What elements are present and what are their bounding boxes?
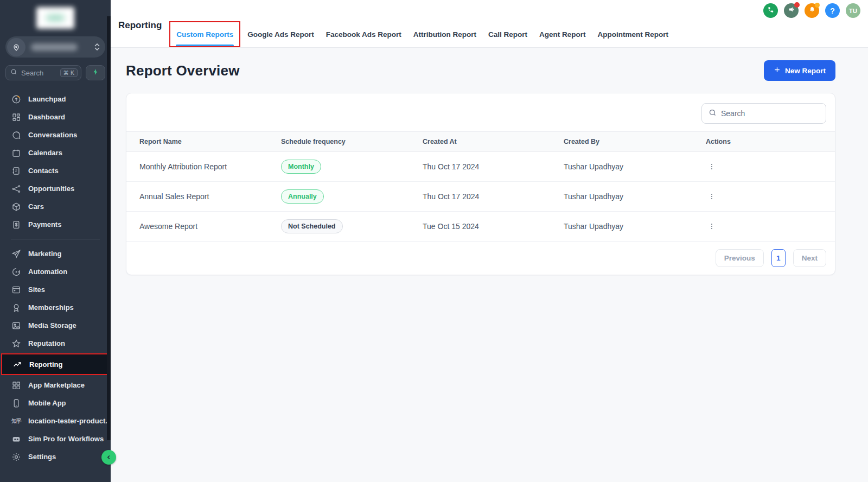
- page-title: Report Overview: [126, 62, 240, 79]
- row-actions-menu-button[interactable]: [706, 160, 718, 173]
- reputation-icon: [11, 339, 21, 348]
- marketing-icon: [11, 249, 21, 259]
- megaphone-icon: [788, 6, 795, 16]
- sidebar-item-media-storage[interactable]: Media Storage: [0, 316, 111, 334]
- sidebar-collapse-button[interactable]: [101, 450, 116, 465]
- page-section-title: Reporting: [118, 20, 168, 47]
- sidebar-item-calendars[interactable]: Calendars: [0, 144, 111, 162]
- sidebar-item-label: Mobile App: [28, 399, 66, 407]
- report-tabs: Custom Reports Google Ads Report Faceboo…: [168, 21, 674, 47]
- table-row[interactable]: Awesome Report Not Scheduled Tue Oct 15 …: [126, 212, 835, 242]
- sidebar-item-label: Dashboard: [28, 113, 65, 121]
- row-actions-menu-button[interactable]: [706, 190, 718, 203]
- search-icon: [10, 68, 17, 77]
- pagination-next-button[interactable]: Next: [793, 249, 826, 267]
- tab-attribution-report[interactable]: Attribution Report: [407, 21, 482, 47]
- frequency-badge: Annually: [281, 189, 324, 204]
- media-storage-icon: [11, 321, 21, 331]
- column-header-actions: Actions: [693, 138, 835, 145]
- reporting-icon: [12, 359, 22, 369]
- tab-custom-reports[interactable]: Custom Reports: [170, 22, 239, 46]
- sidebar-item-automation[interactable]: Automation: [0, 263, 111, 281]
- announcements-button[interactable]: [784, 3, 799, 18]
- frequency-badge: Monthly: [281, 160, 321, 174]
- dashboard-icon: [11, 112, 21, 122]
- search-icon: [709, 109, 717, 118]
- notification-dot: [794, 2, 800, 8]
- sidebar-item-label: Sites: [28, 286, 45, 294]
- sidebar-item-label: Conversations: [28, 131, 77, 139]
- help-button[interactable]: ?: [825, 3, 840, 18]
- robot-icon: [11, 434, 21, 444]
- sidebar-item-label: Payments: [28, 220, 61, 229]
- table-header-row: Report Name Schedule frequency Created A…: [126, 131, 835, 152]
- tab-agent-report[interactable]: Agent Report: [533, 21, 592, 47]
- sidebar-item-location-tester-product[interactable]: 知乎 location-tester-product...: [0, 412, 111, 430]
- table-search-input[interactable]: Search: [701, 103, 826, 124]
- sidebar-scrollbar[interactable]: [107, 16, 111, 440]
- content-area: Report Overview New Report Search Report…: [111, 48, 868, 482]
- sidebar-item-settings[interactable]: Settings: [0, 448, 111, 466]
- reports-card: Search Report Name Schedule frequency Cr…: [126, 93, 835, 275]
- table-search-placeholder: Search: [721, 109, 745, 118]
- annotation-box-custom-reports: Custom Reports: [169, 21, 240, 47]
- sidebar-item-launchpad[interactable]: Launchpad: [0, 90, 111, 108]
- sidebar-item-reporting[interactable]: Reporting: [1, 353, 110, 375]
- notifications-button[interactable]: [805, 3, 819, 18]
- sidebar-settings-section: Settings: [0, 448, 111, 482]
- sidebar-item-label: Reporting: [29, 360, 62, 369]
- sidebar-item-sim-pro[interactable]: Sim Pro for Workflows: [0, 430, 111, 448]
- chevron-up-down-icon: [94, 43, 100, 50]
- sidebar-item-label: Calendars: [28, 149, 62, 157]
- main-area: Reporting Custom Reports Google Ads Repo…: [111, 0, 868, 482]
- sidebar-item-payments[interactable]: Payments: [0, 215, 111, 233]
- phone-button[interactable]: [763, 3, 778, 18]
- sidebar-item-memberships[interactable]: Memberships: [0, 299, 111, 316]
- created-at: Thu Oct 17 2024: [410, 162, 551, 171]
- row-actions-menu-button[interactable]: [706, 220, 718, 233]
- sidebar-item-reputation[interactable]: Reputation: [0, 334, 111, 352]
- tab-appointment-report[interactable]: Appointment Report: [592, 21, 675, 47]
- tab-google-ads-report[interactable]: Google Ads Report: [241, 21, 320, 47]
- sidebar-item-dashboard[interactable]: Dashboard: [0, 108, 111, 126]
- created-by: Tushar Upadhyay: [551, 222, 693, 231]
- pagination-previous-button[interactable]: Previous: [716, 249, 764, 267]
- agency-logo-blurred: [36, 7, 74, 29]
- report-name: Annual Sales Report: [126, 192, 268, 201]
- tab-call-report[interactable]: Call Report: [482, 21, 533, 47]
- user-avatar[interactable]: TU: [846, 3, 860, 18]
- quick-actions-button[interactable]: [86, 65, 105, 80]
- sidebar-item-label: Automation: [28, 268, 67, 276]
- sidebar-item-mobile-app[interactable]: Mobile App: [0, 394, 111, 412]
- keyboard-shortcut-badge: ⌘ K: [60, 68, 78, 77]
- pagination: Previous 1 Next: [126, 242, 835, 275]
- sidebar-item-app-marketplace[interactable]: App Marketplace: [0, 376, 111, 394]
- sidebar-divider: [11, 239, 100, 239]
- sidebar-item-conversations[interactable]: Conversations: [0, 126, 111, 144]
- sidebar-search-input[interactable]: Search ⌘ K: [5, 65, 81, 80]
- sidebar-item-sites[interactable]: Sites: [0, 281, 111, 299]
- sites-icon: [11, 285, 21, 295]
- lightning-bolt-icon: [92, 68, 99, 78]
- table-row[interactable]: Annual Sales Report Annually Thu Oct 17 …: [126, 182, 835, 212]
- sidebar-item-label: Media Storage: [28, 321, 76, 329]
- notification-dot: [815, 3, 820, 8]
- sidebar-item-label: Contacts: [28, 167, 59, 175]
- created-by: Tushar Upadhyay: [551, 162, 693, 171]
- bell-icon: [808, 6, 816, 16]
- pagination-page-button[interactable]: 1: [771, 249, 786, 267]
- sidebar-item-cars[interactable]: Cars: [0, 198, 111, 215]
- table-row[interactable]: Monthly Attribution Report Monthly Thu O…: [126, 152, 835, 182]
- cars-icon: [11, 202, 21, 212]
- sidebar-item-contacts[interactable]: Contacts: [0, 162, 111, 180]
- location-switcher[interactable]: [5, 36, 105, 58]
- topbar: Reporting Custom Reports Google Ads Repo…: [111, 0, 868, 48]
- sidebar-item-label: Marketing: [28, 250, 61, 258]
- sidebar-item-opportunities[interactable]: Opportunities: [0, 180, 111, 198]
- conversations-icon: [11, 130, 21, 140]
- zhihu-icon: 知乎: [11, 416, 21, 426]
- tab-facebook-ads-report[interactable]: Facebook Ads Report: [320, 21, 407, 47]
- frequency-badge: Not Scheduled: [281, 219, 343, 233]
- new-report-button[interactable]: New Report: [764, 60, 835, 81]
- sidebar-item-marketing[interactable]: Marketing: [0, 245, 111, 263]
